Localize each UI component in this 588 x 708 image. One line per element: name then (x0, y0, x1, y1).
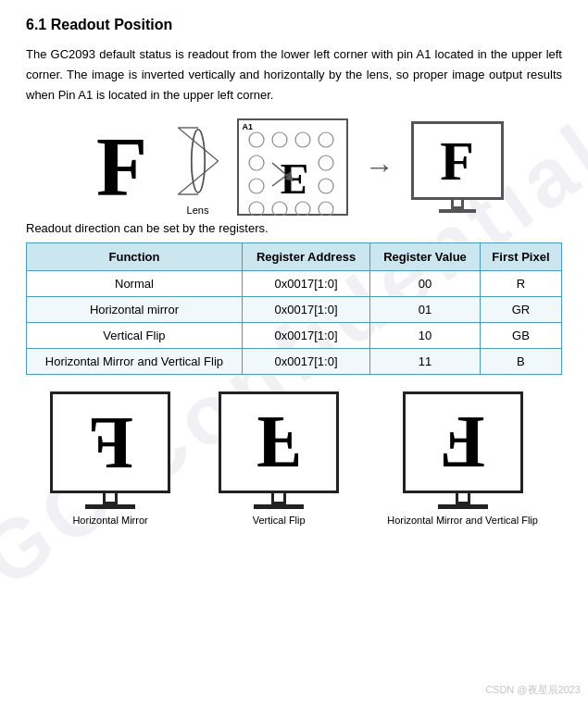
table-cell: Horizontal Mirror and Vertical Flip (27, 349, 243, 375)
svg-point-4 (191, 130, 204, 193)
svg-point-6 (272, 132, 287, 147)
svg-point-10 (319, 155, 333, 170)
table-cell: GR (480, 297, 561, 323)
sensor-box: A1 E (237, 118, 348, 216)
section-title: 6.1 Readout Position (26, 17, 562, 33)
svg-point-12 (319, 179, 333, 193)
table-cell: 10 (370, 323, 481, 349)
table-row: Vertical Flip0x0017[1:0]10GB (27, 323, 562, 349)
label-vertical-flip: Vertical Flip (253, 515, 306, 526)
col-function: Function (27, 243, 243, 271)
svg-point-9 (249, 155, 264, 170)
col-register-address: Register Address (242, 243, 369, 271)
label-horizontal-mirror: Horizontal Mirror (72, 515, 147, 526)
svg-point-14 (272, 202, 287, 216)
svg-point-5 (249, 132, 264, 147)
monitor-foot (439, 209, 476, 213)
table-cell: 01 (370, 297, 481, 323)
col-first-pixel: First Pixel (480, 243, 561, 271)
object-f: F (85, 126, 159, 209)
sensor-grid-svg: E (244, 128, 344, 216)
monitor-sm-horizontal: F (50, 391, 170, 493)
monitor-sm-both: F (403, 391, 523, 493)
both-flip-f: F (440, 405, 485, 479)
svg-line-2 (178, 128, 218, 161)
monitor-item-vertical: F Vertical Flip (219, 391, 339, 526)
svg-point-11 (249, 179, 264, 193)
svg-point-16 (319, 202, 333, 216)
svg-text:E: E (280, 155, 308, 203)
register-table: Function Register Address Register Value… (26, 242, 562, 375)
table-row: Normal0x0017[1:0]00R (27, 271, 562, 297)
svg-line-3 (178, 161, 218, 194)
output-monitor: F (411, 121, 504, 213)
svg-point-8 (319, 132, 333, 147)
table-row: Horizontal Mirror and Vertical Flip0x001… (27, 349, 562, 375)
table-row: Horizontal mirror0x0017[1:0]01GR (27, 297, 562, 323)
bottom-monitors-row: F Horizontal Mirror F Vertical Flip F Ho… (26, 391, 562, 526)
monitor-foot-h (85, 504, 135, 509)
table-cell: Normal (27, 271, 243, 297)
svg-point-13 (249, 202, 264, 216)
monitor-sm-vertical: F (219, 391, 339, 493)
watermark: CSDN @夜星辰2023 (485, 683, 581, 697)
table-cell: R (480, 271, 561, 297)
monitor-item-both: F Horizontal Mirror and Vertical Flip (387, 391, 538, 526)
table-cell: 0x0017[1:0] (242, 323, 369, 349)
monitor-neck (451, 200, 464, 209)
monitor-neck-h (103, 493, 118, 504)
monitor-foot-b (438, 504, 488, 509)
table-cell: Vertical Flip (27, 323, 243, 349)
table-header-row: Function Register Address Register Value… (27, 243, 562, 271)
table-cell: 00 (370, 271, 481, 297)
monitor-foot-v (254, 504, 304, 509)
h-mirror-f: F (88, 405, 133, 479)
monitor-screen: F (411, 121, 504, 200)
lens-icon (176, 119, 220, 203)
lens-label: Lens (187, 205, 209, 216)
body-paragraph: The GC2093 default status is readout fro… (26, 44, 562, 106)
table-cell: Horizontal mirror (27, 297, 243, 323)
col-register-value: Register Value (370, 243, 481, 271)
table-cell: 0x0017[1:0] (242, 297, 369, 323)
monitor-neck-v (271, 493, 286, 504)
lens-container: Lens (176, 119, 220, 216)
table-cell: B (480, 349, 561, 375)
table-cell: 11 (370, 349, 481, 375)
table-cell: GB (480, 323, 561, 349)
svg-point-15 (295, 202, 310, 216)
arrow-icon: → (365, 150, 394, 184)
monitor-f-letter: F (440, 133, 474, 189)
readout-direction-text: Readout direction can be set by the regi… (26, 221, 562, 235)
table-cell: 0x0017[1:0] (242, 271, 369, 297)
diagram-row: F Lens A1 (26, 118, 562, 216)
label-both: Horizontal Mirror and Vertical Flip (387, 515, 538, 526)
monitor-item-horizontal: F Horizontal Mirror (50, 391, 170, 526)
monitor-neck-b (456, 493, 470, 504)
svg-point-7 (295, 132, 310, 147)
table-cell: 0x0017[1:0] (242, 349, 369, 375)
v-flip-f: F (256, 405, 302, 479)
